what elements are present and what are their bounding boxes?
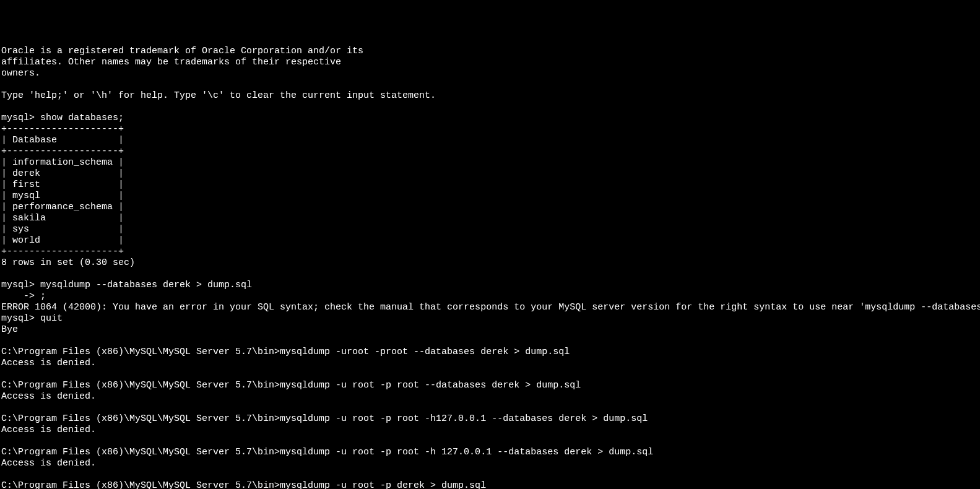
cmd-attempt-4: C:\Program Files (x86)\MySQL\MySQL Serve… (1, 447, 653, 457)
intro-line-2: affiliates. Other names may be trademark… (1, 57, 341, 67)
terminal-output[interactable]: Oracle is a registered trademark of Orac… (1, 46, 979, 489)
cmd-attempt-1: C:\Program Files (x86)\MySQL\MySQL Serve… (1, 347, 570, 357)
table-row: | information_schema | (1, 157, 124, 168)
table-header: | Database | (1, 135, 124, 145)
table-border-bot: +--------------------+ (1, 246, 124, 257)
mysql-error-1064: ERROR 1064 (42000): You have an error in… (1, 302, 980, 313)
table-row: | mysql | (1, 191, 124, 201)
mysql-bye: Bye (1, 324, 18, 335)
mysql-prompt-mysqldump: mysql> mysqldump --databases derek > dum… (1, 280, 252, 290)
intro-line-3: owners. (1, 68, 40, 79)
table-border-top: +--------------------+ (1, 124, 124, 134)
access-denied-4: Access is denied. (1, 458, 96, 469)
table-row: | sakila | (1, 213, 124, 223)
cmd-attempt-2: C:\Program Files (x86)\MySQL\MySQL Serve… (1, 380, 581, 391)
table-row: | sys | (1, 224, 124, 235)
table-row: | world | (1, 235, 124, 246)
access-denied-3: Access is denied. (1, 425, 96, 435)
mysql-prompt-show-databases: mysql> show databases; (1, 113, 124, 123)
mysql-prompt-quit: mysql> quit (1, 313, 63, 324)
intro-help-line: Type 'help;' or '\h' for help. Type '\c'… (1, 90, 436, 101)
table-row: | performance_schema | (1, 202, 124, 212)
access-denied-1: Access is denied. (1, 358, 96, 368)
table-border-sep: +--------------------+ (1, 146, 124, 157)
access-denied-2: Access is denied. (1, 391, 96, 402)
cmd-attempt-5: C:\Program Files (x86)\MySQL\MySQL Serve… (1, 480, 486, 489)
intro-line-1: Oracle is a registered trademark of Orac… (1, 46, 363, 56)
table-row: | first | (1, 180, 124, 190)
table-row: | derek | (1, 168, 124, 179)
mysql-continuation: -> ; (1, 291, 46, 301)
cmd-attempt-3: C:\Program Files (x86)\MySQL\MySQL Serve… (1, 413, 648, 424)
table-footer: 8 rows in set (0.30 sec) (1, 257, 135, 268)
